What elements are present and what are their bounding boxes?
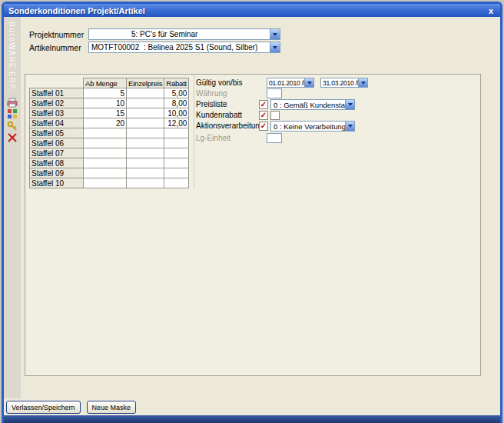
ab-menge-cell[interactable] <box>84 158 127 168</box>
rabatt-cell[interactable]: 12,00 <box>164 118 189 128</box>
ab-menge-cell[interactable] <box>84 138 127 148</box>
gueltig-label: Gültig von/bis <box>196 78 243 87</box>
table-row: Staffel 0155,00 <box>30 88 189 98</box>
ab-menge-cell[interactable] <box>84 178 127 188</box>
staffel-label: Staffel 05 <box>30 128 84 138</box>
panel-divider <box>194 75 194 188</box>
aktion-checked-icon[interactable]: ✓ <box>259 122 268 131</box>
rabatt-cell[interactable] <box>164 128 189 138</box>
chevron-down-icon[interactable] <box>358 78 367 87</box>
rabatt-cell[interactable] <box>164 178 189 188</box>
einzelpreis-cell[interactable] <box>127 158 164 168</box>
gueltig-bis-value: 31.03.2010 /Mi <box>321 79 358 87</box>
brand-logo: BüroWARE ERP <box>8 22 16 90</box>
chevron-down-icon[interactable] <box>345 100 354 109</box>
staffel-label: Staffel 02 <box>30 98 84 108</box>
waehrung-input[interactable] <box>267 88 282 98</box>
chevron-down-icon[interactable] <box>304 78 313 87</box>
einzelpreis-header: Einzelpreis <box>127 78 164 88</box>
kundenrabatt-label: Kundenrabatt <box>196 111 242 119</box>
einzelpreis-cell[interactable] <box>127 148 164 158</box>
ab-menge-header: Ab Menge <box>84 78 127 88</box>
preisliste-value: 0 : Gemäß Kundenstamm <box>271 101 345 109</box>
ab-menge-cell[interactable]: 20 <box>84 118 127 128</box>
einzelpreis-cell[interactable] <box>127 118 164 128</box>
staffel-table: Ab Menge Einzelpreis Rabatt Staffel 0155… <box>29 78 189 188</box>
table-row: Staffel 10 <box>30 178 189 188</box>
preisliste-checked-icon[interactable]: ✓ <box>259 100 268 109</box>
artikelnummer-select[interactable]: MOTFT00002: Belinea 2025 S1 (Sound, Silb… <box>88 42 280 53</box>
staffel-label: Staffel 07 <box>30 148 84 158</box>
printer-icon[interactable] <box>7 98 18 108</box>
table-row: Staffel 09 <box>30 168 189 178</box>
lg-einheit-input[interactable] <box>267 133 282 143</box>
titlebar[interactable]: Sonderkonditionen Projekt/Artikel x <box>4 4 500 17</box>
einzelpreis-cell[interactable] <box>127 98 164 108</box>
staffel-label: Staffel 09 <box>30 168 84 178</box>
form-panel: Ab Menge Einzelpreis Rabatt Staffel 0155… <box>25 74 481 376</box>
preisliste-label: Preisliste <box>196 100 227 108</box>
aktion-label: Aktionsverarbeitung <box>196 122 264 130</box>
waehrung-label: Währung <box>196 89 227 98</box>
chevron-down-icon[interactable] <box>270 29 280 39</box>
projektnummer-label: Projektnummer <box>29 30 84 39</box>
projektnummer-select[interactable]: 5: PC's für Seminar <box>88 28 280 40</box>
save-exit-button[interactable]: Verlassen/Speichern <box>6 401 81 414</box>
einzelpreis-cell[interactable] <box>127 128 164 138</box>
aktion-value: 0 : Keine Verarbeitung <box>271 122 345 131</box>
gueltig-bis-field[interactable]: 31.03.2010 /Mi <box>320 78 368 88</box>
staffel-label: Staffel 03 <box>30 108 84 118</box>
footer: Verlassen/Speichern Neue Maske <box>6 401 136 414</box>
staffel-label: Staffel 01 <box>30 88 84 98</box>
einzelpreis-cell[interactable] <box>127 168 164 178</box>
chevron-down-icon[interactable] <box>270 42 280 52</box>
preisliste-select[interactable]: 0 : Gemäß Kundenstamm <box>270 99 355 110</box>
new-mask-button[interactable]: Neue Maske <box>87 401 137 414</box>
rabatt-cell[interactable]: 8,00 <box>164 98 189 108</box>
staffel-label: Staffel 06 <box>30 138 84 148</box>
ab-menge-cell[interactable] <box>84 168 127 178</box>
staffel-label: Staffel 08 <box>30 158 84 168</box>
app-window: Sonderkonditionen Projekt/Artikel x Büro… <box>2 2 502 423</box>
einzelpreis-cell[interactable] <box>127 108 164 118</box>
table-header-row: Ab Menge Einzelpreis Rabatt <box>30 78 189 88</box>
einzelpreis-cell[interactable] <box>127 88 164 98</box>
lg-einheit-label: Lg-Einheit <box>196 134 230 142</box>
ab-menge-cell[interactable]: 5 <box>84 88 127 98</box>
table-row: Staffel 042012,00 <box>30 118 189 128</box>
aktion-select[interactable]: 0 : Keine Verarbeitung <box>270 121 355 132</box>
einzelpreis-cell[interactable] <box>127 178 164 188</box>
ab-menge-cell[interactable]: 10 <box>84 98 127 108</box>
table-row: Staffel 08 <box>30 158 189 168</box>
ab-menge-cell[interactable] <box>84 148 127 158</box>
rabatt-header: Rabatt <box>164 78 189 88</box>
rabatt-cell[interactable] <box>164 168 189 178</box>
palette-icon[interactable] <box>7 108 18 119</box>
rabatt-cell[interactable] <box>164 148 189 158</box>
chevron-down-icon[interactable] <box>345 122 354 131</box>
table-row: Staffel 031510,00 <box>30 108 189 118</box>
rabatt-cell[interactable]: 5,00 <box>164 88 189 98</box>
window-bottom-bar <box>4 415 500 423</box>
rabatt-cell[interactable] <box>164 138 189 148</box>
key-icon[interactable] <box>7 121 18 132</box>
gueltig-von-value: 01.01.2010 /Fr <box>267 79 304 87</box>
rabatt-cell[interactable] <box>164 158 189 168</box>
einzelpreis-cell[interactable] <box>127 138 164 148</box>
table-row: Staffel 07 <box>30 148 189 158</box>
ab-menge-cell[interactable]: 15 <box>84 108 127 118</box>
ab-menge-cell[interactable] <box>84 128 127 138</box>
close-icon[interactable]: x <box>486 6 496 15</box>
kundenrabatt-checked-icon[interactable]: ✓ <box>259 111 268 120</box>
artikelnummer-code: MOTFT00002 <box>91 43 144 52</box>
sidebar: BüroWARE ERP <box>4 17 21 398</box>
artikelnummer-desc: : Belinea 2025 S1 (Sound, Silber) <box>144 43 257 52</box>
rabatt-cell[interactable]: 10,00 <box>164 108 189 118</box>
cut-icon[interactable] <box>7 132 18 143</box>
gueltig-von-field[interactable]: 01.01.2010 /Fr <box>267 78 314 88</box>
staffel-label: Staffel 10 <box>30 178 84 188</box>
artikelnummer-label: Artikelnummer <box>29 43 81 52</box>
kundenrabatt-checkbox[interactable] <box>270 111 280 120</box>
staffel-label: Staffel 04 <box>30 118 84 128</box>
table-row: Staffel 06 <box>30 138 189 148</box>
